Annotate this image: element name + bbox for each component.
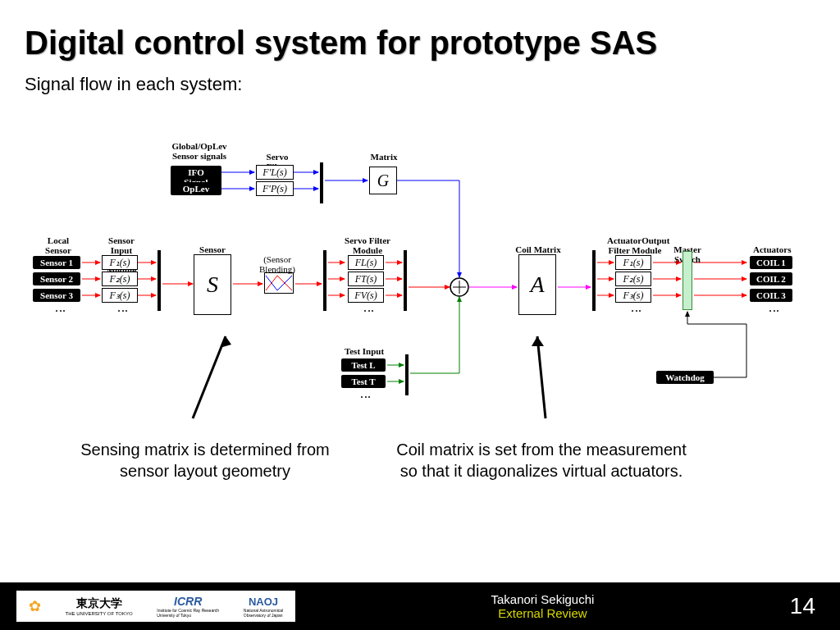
bar-test (405, 354, 409, 395)
slide-footer: ✿ 東京大学 THE UNIVERSITY OF TOKYO ICRR Inst… (0, 582, 840, 630)
signal-flow-diagram: Global/OpLev Sensor signals Servo Filter… (33, 139, 807, 451)
footer-center: Takanori Sekiguchi External Review (295, 592, 790, 620)
dots-af: ⋮ (630, 305, 643, 315)
box-oplev: OpLev (171, 182, 221, 195)
logo-icrr: ICRR Institute for Cosmic Ray Research U… (157, 595, 219, 618)
box-coil1: COIL 1 (750, 256, 792, 269)
box-watchdog: Watchdog (656, 371, 714, 384)
bar-mid1 (323, 250, 326, 311)
label-servo2: Servo Filter Module (345, 235, 390, 255)
dots-fv: ⋮ (363, 305, 376, 315)
box-a: A (518, 254, 556, 315)
svg-line-38 (537, 336, 546, 418)
box-coil3: COIL 3 (750, 289, 792, 302)
label-matrix: Matrix (369, 152, 399, 162)
box-g: G (369, 167, 397, 194)
author-name: Takanori Sekiguchi (295, 592, 790, 606)
box-fprime-l: F′L(s) (256, 165, 294, 180)
box-fl: FL(s) (348, 255, 384, 270)
bar-mid2 (404, 250, 407, 311)
box-coil2: COIL 2 (750, 272, 792, 285)
box-fprime-p: F′P(s) (256, 181, 294, 196)
label-coilmatrix: Coil Matrix (515, 244, 561, 254)
box-af3: F₃(s) (615, 288, 651, 303)
svg-point-34 (450, 278, 468, 296)
svg-line-37 (193, 336, 226, 418)
dots-sensors: ⋮ (54, 305, 67, 315)
box-testt: Test T (341, 375, 386, 388)
box-fv: FV(s) (348, 288, 384, 303)
bar-right1 (592, 250, 596, 311)
dots-f: ⋮ (116, 305, 130, 315)
box-s: S (194, 254, 231, 315)
box-af2: F₂(s) (615, 272, 651, 286)
arrow-sensing (180, 328, 246, 427)
review-label: External Review (295, 606, 790, 620)
logo-tokyo: ✿ (29, 597, 41, 615)
logo-strip: ✿ 東京大学 THE UNIVERSITY OF TOKYO ICRR Inst… (16, 591, 295, 622)
box-f2: F₂(s) (102, 272, 138, 286)
logo-tokyo-text: 東京大学 THE UNIVERSITY OF TOKYO (66, 596, 133, 616)
box-testl: Test L (341, 358, 386, 372)
dots-coils: ⋮ (768, 305, 781, 315)
page-number: 14 (790, 593, 815, 619)
box-sensor1: Sensor 1 (33, 256, 80, 269)
label-testinput: Test Input (341, 346, 387, 356)
slide-subtitle: Signal flow in each system: (0, 70, 840, 103)
box-af1: F₁(s) (615, 255, 651, 270)
box-ft: FT(s) (348, 272, 384, 286)
note-coil: Coil matrix is set from the measurement … (394, 439, 689, 482)
slide-title: Digital control system for prototype SAS (0, 0, 840, 70)
label-global: Global/OpLev Sensor signals (171, 141, 228, 161)
note-sensing: Sensing matrix is determined from sensor… (57, 439, 353, 482)
box-sensor3: Sensor 3 (33, 289, 80, 302)
logo-naoj: NAOJ National Astronomical Observatory o… (244, 596, 283, 618)
box-sensor2: Sensor 2 (33, 272, 80, 285)
arrow-coil (500, 328, 566, 427)
box-f3: F₃(s) (102, 288, 138, 303)
box-blending-graph (264, 272, 294, 294)
label-actuators: Actuators (753, 244, 791, 254)
label-actuator: ActuatorOutput Filter Module (607, 235, 663, 255)
master-switch (682, 251, 692, 310)
box-f1: F₁(s) (102, 255, 138, 270)
bar-left (158, 250, 161, 311)
dots-test: ⋮ (359, 391, 372, 401)
label-blending: (Sensor Blending) (259, 254, 295, 274)
bar-top (320, 162, 323, 203)
